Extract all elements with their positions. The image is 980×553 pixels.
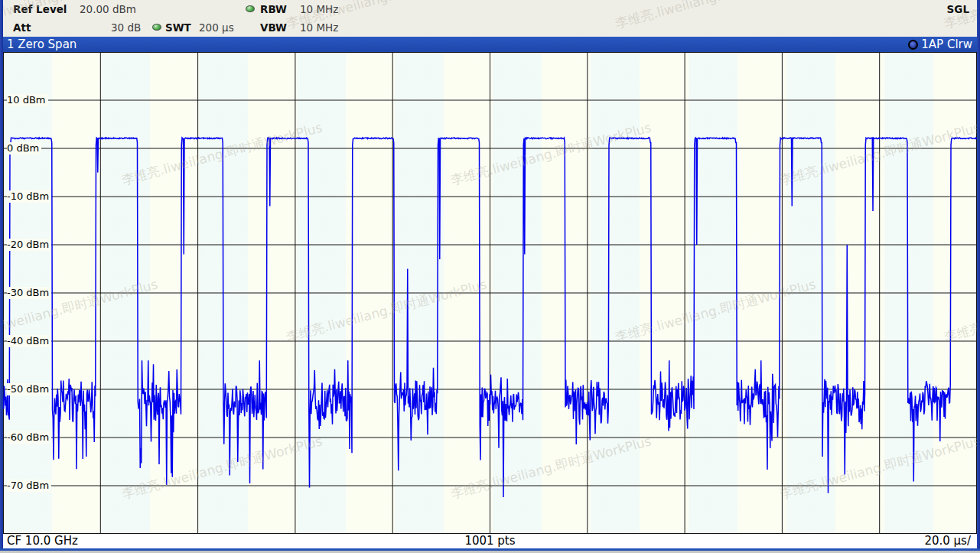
y-axis-label: -60 dBm xyxy=(7,431,51,444)
ref-level-value[interactable]: 20.00 dBm xyxy=(80,3,136,15)
att-value[interactable]: 30 dB xyxy=(111,21,141,34)
rbw-label: RBW xyxy=(260,3,287,15)
window-title: 1 Zero Span xyxy=(7,37,77,51)
trace-diagram xyxy=(3,52,977,534)
swt-value[interactable]: 200 µs xyxy=(199,21,234,34)
att-label: Att xyxy=(13,21,31,34)
window-frame-left xyxy=(0,0,3,553)
trace-mode-label: 1AP Clrw xyxy=(921,37,972,51)
window-frame-right xyxy=(977,0,980,553)
ref-level-label: Ref Level xyxy=(13,3,67,15)
swt-label: SWT xyxy=(165,21,191,34)
sgl-indicator: SGL xyxy=(947,3,969,15)
vbw-value[interactable]: 10 MHz xyxy=(300,21,338,34)
time-per-division-field[interactable]: 20.0 µs/ xyxy=(924,534,971,548)
y-axis-label: -50 dBm xyxy=(7,383,51,395)
sweep-points-indicator: 1001 pts xyxy=(3,534,977,548)
vbw-label: VBW xyxy=(260,21,287,34)
y-axis-label: -10 dBm xyxy=(7,190,51,203)
rbw-coupling-led-icon xyxy=(246,5,255,12)
analyzer-screen: Ref Level 20.00 dBm RBW 10 MHz SGL Att 3… xyxy=(0,0,980,553)
swt-coupling-led-icon xyxy=(152,24,161,31)
y-axis-label: -70 dBm xyxy=(7,480,51,492)
plot-area[interactable]: 10 dBm0 dBm-10 dBm-20 dBm-30 dBm-40 dBm-… xyxy=(3,52,977,534)
footer-bar: CF 10.0 GHz 1001 pts 20.0 µs/ xyxy=(3,534,977,548)
header-bar: Ref Level 20.00 dBm RBW 10 MHz SGL Att 3… xyxy=(3,0,977,37)
window-title-bar: 1 Zero Span 1AP Clrw xyxy=(3,37,977,52)
y-axis-label: -30 dBm xyxy=(7,287,51,299)
y-axis-label: -40 dBm xyxy=(7,335,51,347)
trace-info[interactable]: 1AP Clrw xyxy=(908,37,972,51)
rbw-value[interactable]: 10 MHz xyxy=(300,3,338,15)
y-axis-label: -20 dBm xyxy=(7,239,51,251)
y-axis-label: 10 dBm xyxy=(7,94,48,106)
y-axis-label: 0 dBm xyxy=(7,142,41,155)
trace-marker-circle-icon xyxy=(908,40,918,50)
